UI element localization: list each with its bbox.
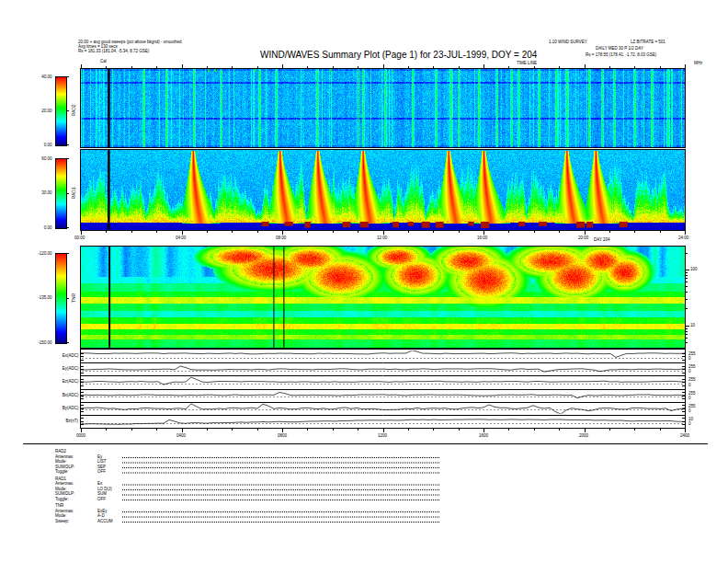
strip-label: Ey(ADC) (62, 366, 78, 371)
page-title: WIND/WAVES Summary Plot (Page 1) for 23-… (260, 50, 537, 60)
colorbar-tick-label: 60.00 (42, 156, 52, 161)
freq-minor-tick (686, 272, 688, 273)
time-label: 00:00 (74, 236, 85, 240)
legend-dotted-leader (122, 489, 439, 490)
hour-tick-top (131, 66, 132, 68)
hour-tick-top (333, 66, 334, 68)
colorbar-tick (66, 342, 69, 343)
legend-dotted-leader (122, 463, 439, 464)
colorbar-tick (66, 227, 69, 228)
legend-section: RAD1Antennas:ExMode:LO D(J)SUM/DLP:SUMTo… (55, 477, 441, 502)
header-bitrate-label: LZ BITRATE = 501 (631, 40, 665, 44)
strip-right-tick-label: 0 (688, 396, 691, 400)
hour-tick-top (81, 64, 82, 68)
receiver-settings-legend: RAD2Antennas:EyMode:LISTSUM/DLP:SEPToggl… (55, 449, 441, 525)
bottom-time-label: 0800 (278, 433, 287, 438)
hour-tick-bottom (609, 429, 610, 431)
cal-marker-label: Cal (100, 59, 107, 63)
colorbar-tick-label: 30.00 (42, 190, 52, 195)
freq-minor-tick (686, 331, 688, 332)
legend-row: Toggle:OFF (55, 497, 441, 502)
hour-tick-mid (131, 231, 132, 233)
legend-dotted-leader (122, 473, 439, 474)
freq-minor-tick (686, 282, 688, 282)
hour-tick-bottom (131, 429, 132, 431)
hour-tick-mid (559, 231, 560, 233)
colorbar-tick (66, 193, 69, 194)
rad1-spectrogram-canvas (80, 149, 686, 231)
freq-minor-tick (686, 334, 688, 335)
bottom-time-label: 2400 (680, 433, 689, 438)
rad2-panel-label: RAD2 (71, 104, 76, 116)
bottom-time-label: 0400 (176, 433, 186, 438)
hour-tick-top (585, 64, 586, 68)
colorbar-tick-label: 0.00 (44, 225, 52, 230)
hour-tick-bottom (383, 429, 384, 432)
legend-dotted-leader (122, 500, 439, 500)
colorbar-tick-label: -120.00 (39, 251, 52, 256)
freq-minor-tick (686, 338, 688, 339)
freq-minor-tick (686, 328, 688, 329)
colorbar-tick (66, 158, 69, 159)
colorbar-tick (66, 76, 69, 77)
timeline-label: TIME LINE (517, 61, 537, 65)
hour-tick-bottom (207, 429, 208, 431)
time-label: 04:00 (176, 236, 186, 240)
hour-tick-mid (358, 231, 358, 233)
hour-tick-bottom (358, 429, 358, 431)
header-info-line-3: Rs = 181.33 (181.04, -5.34, 8.72 GSE) (78, 49, 149, 53)
hour-tick-mid (508, 231, 509, 233)
hour-tick-mid (459, 231, 460, 233)
hour-tick-bottom (459, 429, 460, 431)
hour-tick-bottom (559, 429, 560, 431)
bottom-time-label: 1600 (479, 433, 488, 438)
legend-row-label: Toggle: (55, 469, 97, 475)
hour-tick-bottom (182, 429, 183, 432)
strip-label: By(ADC) (62, 406, 78, 410)
hour-tick-bottom (685, 429, 686, 432)
legend-row-label: Sweep: (55, 519, 97, 524)
hour-tick-mid (106, 231, 107, 233)
freq-minor-tick (686, 286, 688, 287)
hour-tick-bottom (333, 429, 334, 431)
hour-tick-bottom (508, 429, 509, 431)
tnr-panel-label: TNR (71, 293, 76, 303)
legend-dotted-leader (122, 511, 439, 512)
colorbar-tick-label: -150.00 (39, 340, 52, 345)
freq-tick-label: 10 (690, 323, 695, 327)
hour-tick-bottom (534, 429, 535, 431)
strip-right-tick-label: 0 (688, 421, 691, 426)
hour-tick-mid (232, 231, 233, 233)
freq-major-tick (686, 326, 689, 327)
hour-tick-top (383, 64, 384, 68)
colorbar-tick-label: 20.00 (42, 109, 52, 113)
hour-tick-mid (483, 231, 484, 235)
hour-tick-top (307, 66, 308, 68)
hour-tick-mid (534, 231, 535, 233)
header-position-label: Rs = 178.55 (178.41, -1.72, 8.03 GSE) (586, 52, 656, 57)
legend-dotted-leader (122, 467, 439, 468)
hour-tick-bottom (433, 429, 434, 431)
hour-tick-top (282, 64, 283, 68)
hour-tick-top (634, 66, 635, 68)
time-label: 08:00 (276, 236, 286, 240)
waves-summary-plot: 20.00 + avg good sweeps (pct above bkgnd… (0, 0, 728, 563)
hour-tick-mid (685, 231, 686, 235)
freq-minor-tick (686, 308, 688, 309)
hour-tick-top (660, 66, 661, 68)
freq-minor-tick (686, 278, 688, 279)
hour-tick-top (156, 66, 157, 68)
strip-label: Bx(ADC) (62, 393, 78, 397)
hour-tick-bottom (483, 429, 484, 432)
legend-row-value: ACCUM (97, 519, 119, 524)
time-label: 20:00 (578, 236, 588, 240)
strip-label: Bz(nT) (66, 419, 79, 423)
freq-minor-tick (686, 253, 688, 254)
hour-tick-mid (383, 231, 384, 235)
hour-tick-mid (585, 231, 586, 235)
bottom-time-label: 0000 (76, 433, 85, 438)
hour-tick-mid (333, 231, 334, 233)
colorbar-tick (66, 144, 69, 145)
hour-tick-mid (609, 231, 610, 233)
hour-tick-mid (207, 231, 208, 233)
